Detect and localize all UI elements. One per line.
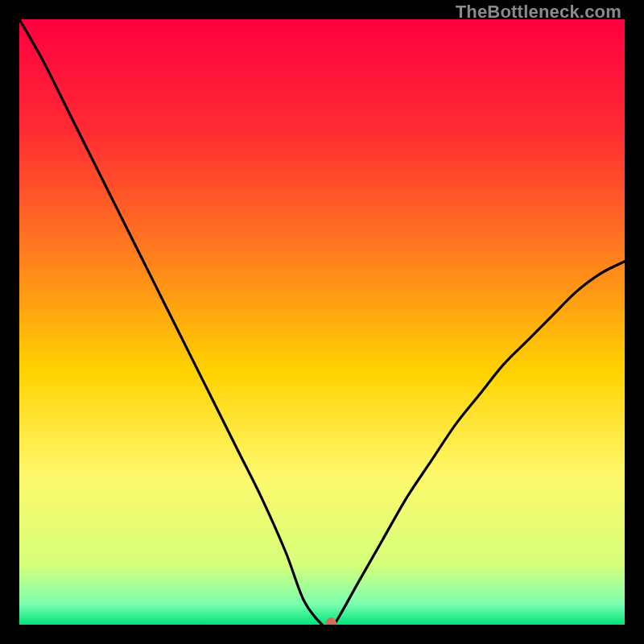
- bottleneck-chart: [19, 19, 625, 625]
- watermark-text: TheBottleneck.com: [456, 2, 621, 23]
- chart-frame: TheBottleneck.com: [0, 0, 644, 644]
- chart-background: [19, 19, 625, 625]
